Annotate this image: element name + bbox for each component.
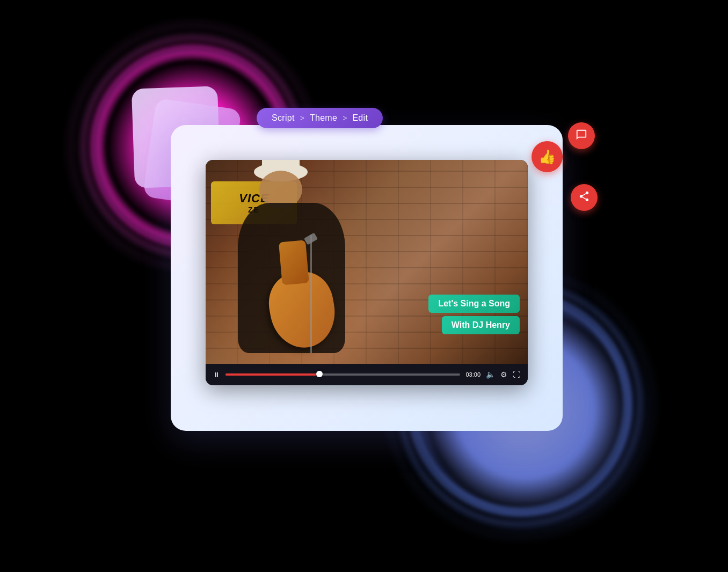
breadcrumb-theme[interactable]: Theme (310, 113, 337, 123)
progress-thumb (316, 371, 323, 377)
breadcrumb-script[interactable]: Script (272, 113, 295, 123)
video-subtitle-2: With DJ Henry (442, 316, 520, 334)
progress-bar[interactable] (225, 373, 460, 376)
video-player[interactable]: VICE ZE Let's Sing a Song With DJ Henry … (206, 160, 528, 385)
share-icon (578, 190, 590, 205)
musician-area (206, 160, 415, 364)
fullscreen-icon[interactable]: ⛶ (513, 370, 520, 379)
video-subtitle-1: Let's Sing a Song (428, 295, 520, 313)
like-button[interactable]: 👍 (532, 141, 563, 172)
settings-icon[interactable]: ⚙ (500, 370, 507, 379)
breadcrumb-sep-1: > (300, 114, 304, 122)
mic-stand (310, 235, 312, 353)
comment-icon (576, 129, 587, 143)
like-icon: 👍 (538, 149, 556, 165)
pause-button[interactable]: ⏸ (213, 371, 220, 379)
breadcrumb-sep-2: > (343, 114, 347, 122)
comment-button[interactable] (568, 122, 595, 149)
breadcrumb-edit[interactable]: Edit (352, 113, 368, 123)
video-background: VICE ZE Let's Sing a Song With DJ Henry (206, 160, 528, 364)
scene: VICE ZE Let's Sing a Song With DJ Henry … (96, 45, 632, 527)
share-button[interactable] (571, 184, 598, 211)
time-display: 03:00 (465, 371, 481, 378)
main-card: VICE ZE Let's Sing a Song With DJ Henry … (171, 125, 563, 431)
video-controls: ⏸ 03:00 🔈 ⚙ ⛶ (206, 364, 528, 385)
breadcrumb: Script > Theme > Edit (257, 108, 383, 128)
volume-icon[interactable]: 🔈 (486, 370, 495, 379)
progress-fill (225, 373, 319, 376)
